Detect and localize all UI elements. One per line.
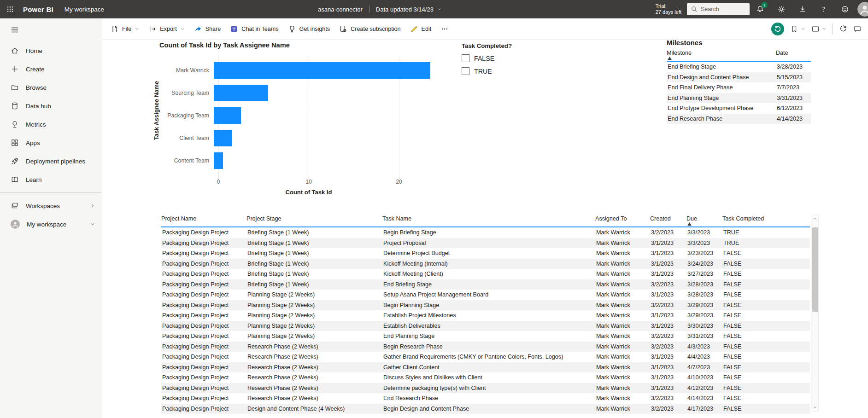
comments-button[interactable]: [853, 25, 862, 33]
task-row[interactable]: Packaging Design ProjectBriefing Stage (…: [161, 227, 810, 238]
export-button[interactable]: Export: [144, 22, 189, 36]
task-cell: Mark Warrick: [595, 333, 650, 339]
download-button[interactable]: [792, 0, 813, 18]
task-row[interactable]: Packaging Design ProjectPlanning Stage (…: [161, 321, 810, 331]
search-box[interactable]: [687, 3, 750, 15]
checkbox-unchecked-icon[interactable]: [462, 54, 469, 62]
milestones-column-header-milestone[interactable]: Milestone: [667, 50, 776, 60]
chat-in-teams-button[interactable]: Chat in Teams: [225, 22, 283, 36]
task-cell: Mark Warrick: [595, 395, 650, 401]
task-cell: Packaging Design Project: [161, 312, 246, 319]
tasks-column-header-project-name[interactable]: Project Name: [161, 215, 246, 226]
edit-button[interactable]: Edit: [405, 22, 436, 36]
search-input[interactable]: [701, 6, 740, 12]
chart-bar-mark-warrick[interactable]: [214, 62, 430, 79]
slicer-option-false[interactable]: FALSE: [462, 54, 540, 62]
sidebar-item-home[interactable]: Home: [0, 41, 102, 60]
task-row[interactable]: Packaging Design ProjectBriefing Stage (…: [161, 269, 810, 279]
task-cell: FALSE: [722, 333, 810, 339]
column-header-label: Task Name: [382, 215, 595, 222]
sidebar-item-learn[interactable]: Learn: [0, 170, 102, 189]
sidebar-item-workspaces[interactable]: Workspaces: [0, 197, 102, 215]
task-row[interactable]: Packaging Design ProjectResearch Phase (…: [161, 342, 810, 352]
command-label: Edit: [422, 26, 432, 32]
sidebar-item-browse[interactable]: Browse: [0, 78, 102, 97]
account-avatar[interactable]: [857, 2, 868, 17]
milestone-row[interactable]: End Final Delivery Phase7/7/2023: [667, 82, 811, 93]
refresh-button[interactable]: [839, 25, 847, 33]
sidebar-item-deployment-pipelines[interactable]: Deployment pipelines: [0, 152, 102, 170]
task-row[interactable]: Packaging Design ProjectResearch Phase (…: [161, 362, 810, 373]
command-label: Chat in Teams: [241, 26, 278, 32]
task-cell: 3/1/2023: [650, 271, 686, 277]
milestone-row[interactable]: End Research Phase4/14/2023: [667, 114, 811, 124]
help-button[interactable]: [813, 0, 834, 18]
workspace-breadcrumb[interactable]: My workspace: [65, 6, 104, 13]
chart-bar-client-team[interactable]: [214, 130, 232, 146]
more-options-button[interactable]: [436, 22, 453, 36]
task-row[interactable]: Packaging Design ProjectDesign and Conte…: [161, 404, 810, 414]
tasks-column-header-task-completed[interactable]: Task Completed: [722, 215, 810, 226]
task-row[interactable]: Packaging Design ProjectBriefing Stage (…: [161, 248, 810, 259]
chart-bar-content-team[interactable]: [214, 152, 223, 169]
task-row[interactable]: Packaging Design ProjectResearch Phase (…: [161, 352, 810, 362]
file-button[interactable]: File: [106, 22, 144, 36]
milestones-column-header-date[interactable]: Date: [776, 50, 811, 60]
tasks-column-header-project-stage[interactable]: Project Stage: [246, 215, 382, 226]
milestone-row[interactable]: End Planning Stage3/31/2023: [667, 93, 811, 104]
task-row[interactable]: Packaging Design ProjectResearch Phase (…: [161, 372, 810, 383]
sort-ascending-icon: [667, 56, 776, 60]
settings-button[interactable]: [771, 0, 792, 18]
task-row[interactable]: Packaging Design ProjectResearch Phase (…: [161, 383, 810, 394]
hamburger-menu-button[interactable]: [11, 26, 19, 34]
task-row[interactable]: Packaging Design ProjectBriefing Stage (…: [161, 279, 810, 290]
sidebar-item-apps[interactable]: Apps: [0, 134, 102, 152]
bookmarks-button[interactable]: [790, 25, 805, 33]
task-row[interactable]: Packaging Design ProjectBriefing Stage (…: [161, 259, 810, 269]
tasks-column-header-assigned-to[interactable]: Assigned To: [595, 215, 650, 226]
sidebar-item-data-hub[interactable]: Data hub: [0, 97, 102, 115]
scroll-down-button[interactable]: [811, 404, 818, 411]
tasks-column-header-created[interactable]: Created: [650, 215, 686, 226]
tasks-column-header-due[interactable]: Due: [686, 215, 722, 226]
task-row[interactable]: Packaging Design ProjectPlanning Stage (…: [161, 300, 810, 311]
notifications-button[interactable]: 1: [750, 0, 771, 18]
share-button[interactable]: Share: [189, 22, 226, 36]
task-row[interactable]: Packaging Design ProjectPlanning Stage (…: [161, 290, 810, 300]
create-subscription-button[interactable]: Create subscription: [334, 22, 405, 36]
table-scrollbar[interactable]: [811, 215, 819, 412]
chart-bar-packaging-team[interactable]: [214, 107, 241, 124]
chevron-right-icon: [90, 203, 95, 209]
task-row[interactable]: Packaging Design ProjectBriefing Stage (…: [161, 238, 810, 249]
task-cell: Design and Content Phase (4 Weeks): [246, 406, 382, 412]
task-cell: Briefing Stage (1 Week): [246, 281, 382, 288]
data-updated-dropdown[interactable]: Data updated 3/14/23: [376, 6, 442, 13]
milestone-row[interactable]: End Briefing Stage3/28/2023: [667, 62, 811, 72]
chevron-up-icon: [813, 216, 817, 221]
chart-bar-sourcing-team[interactable]: [214, 85, 268, 101]
task-row[interactable]: Packaging Design ProjectPlanning Stage (…: [161, 331, 810, 342]
scroll-thumb[interactable]: [812, 227, 818, 312]
checkbox-unchecked-icon[interactable]: [462, 67, 469, 75]
sort-placeholder: [776, 56, 811, 60]
milestone-row[interactable]: End Protype Development Phase6/12/2023: [667, 103, 811, 114]
sidebar-item-my-workspace[interactable]: My workspace: [0, 215, 102, 233]
reset-to-default-button[interactable]: [771, 23, 784, 35]
milestone-row[interactable]: End Design and Content Phase5/15/2023: [667, 72, 811, 83]
scroll-up-button[interactable]: [811, 215, 818, 222]
task-cell: Begin Research Phase: [382, 343, 595, 350]
task-cell: FALSE: [722, 406, 810, 412]
slicer-option-true[interactable]: TRUE: [462, 67, 540, 75]
app-launcher-button[interactable]: [0, 0, 20, 18]
task-row[interactable]: Packaging Design ProjectPlanning Stage (…: [161, 310, 810, 321]
feedback-button[interactable]: [834, 0, 856, 18]
chart-category-label: Sourcing Team: [162, 90, 214, 96]
sidebar-item-create[interactable]: Create: [0, 60, 102, 78]
command-label: File: [122, 26, 131, 32]
view-mode-button[interactable]: [811, 25, 827, 33]
task-cell: 3/1/2023: [650, 364, 686, 371]
sidebar-item-metrics[interactable]: Metrics: [0, 115, 102, 134]
tasks-column-header-task-name[interactable]: Task Name: [382, 215, 595, 226]
task-row[interactable]: Packaging Design ProjectResearch Phase (…: [161, 393, 810, 404]
get-insights-button[interactable]: Get insights: [283, 22, 335, 36]
